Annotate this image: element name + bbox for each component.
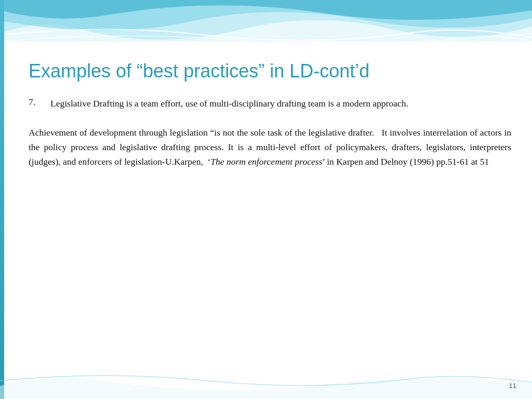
slide-content: Examples of “best practices” in LD-cont’… [29, 60, 511, 368]
quote-italic-text: The norm enforcement process [210, 156, 322, 167]
slide: 11 Examples of “best practices” in LD-co… [0, 0, 532, 399]
slide-number: 11 [509, 382, 516, 390]
quote-text-after-italic: ’ in Karpen and Delnoy (1996) pp.51-61 a… [322, 156, 489, 167]
item-7-text: Legislative Drafting is a team effort, u… [50, 97, 511, 111]
item-7: 7. Legislative Drafting is a team effort… [29, 97, 511, 111]
slide-title: Examples of “best practices” in LD-cont’… [29, 60, 511, 82]
item-7-number: 7. [29, 97, 50, 111]
bottom-decoration [0, 368, 532, 399]
quote-block: Achievement of development through legis… [29, 125, 511, 169]
left-bar [0, 0, 4, 399]
top-decoration [0, 0, 532, 62]
